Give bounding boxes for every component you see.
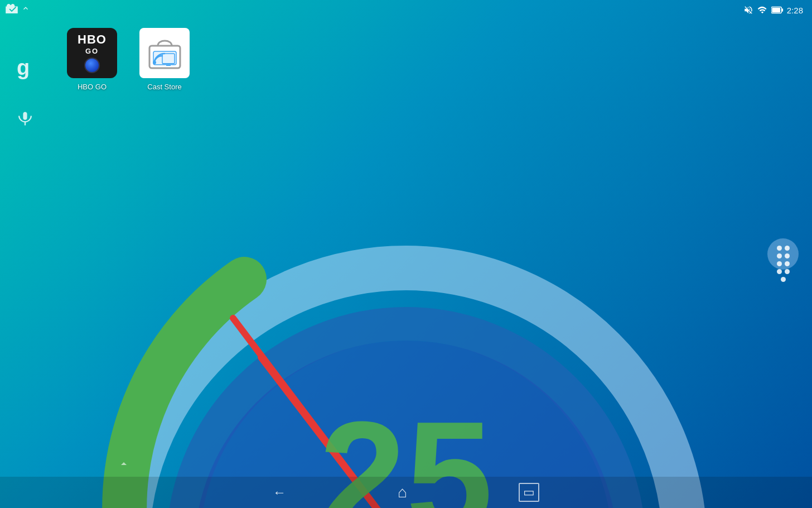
- svg-rect-1: [772, 8, 780, 12]
- up-arrow-hint: [117, 457, 130, 471]
- apps-grid-button[interactable]: [767, 238, 799, 270]
- hbo-go-circle: [84, 57, 100, 73]
- gauge-widget: 25: [71, 73, 741, 508]
- svg-point-5: [153, 61, 156, 64]
- status-bar: 2:28: [0, 0, 812, 20]
- home-button[interactable]: ⌂: [398, 483, 407, 501]
- wifi-icon: [757, 5, 768, 15]
- svg-rect-2: [781, 8, 783, 12]
- mic-icon[interactable]: [17, 111, 33, 135]
- status-time: 2:28: [787, 6, 803, 15]
- google-search-icon[interactable]: g: [17, 56, 30, 80]
- mute-icon: [743, 5, 753, 15]
- cast-store-icon-bg: [139, 28, 190, 78]
- status-icons: 2:28: [743, 5, 803, 15]
- recents-button[interactable]: ▭: [519, 483, 539, 502]
- back-button[interactable]: ←: [273, 485, 286, 500]
- cast-store-svg: [147, 33, 183, 73]
- navigation-bar: ← ⌂ ▭: [0, 477, 812, 508]
- hbo-go-icon: HBO GO: [67, 28, 117, 78]
- gauge-svg: 25: [71, 73, 741, 508]
- battery-icon: [771, 6, 784, 14]
